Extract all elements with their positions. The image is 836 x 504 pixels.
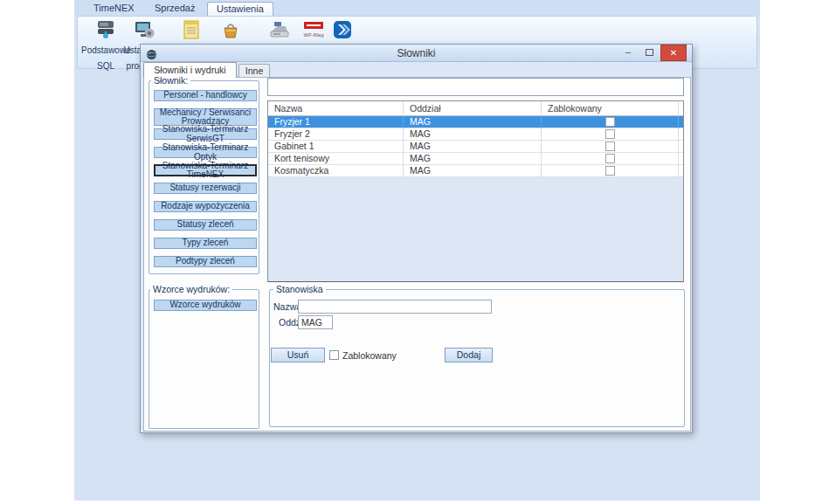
cell-oddzial: MAG (404, 128, 542, 141)
sidebar-item-podtypy-zlecen[interactable]: Podtypy zleceń (154, 256, 257, 267)
filter-input[interactable] (267, 78, 684, 96)
cell-nazwa: Gabinet 1 (268, 141, 404, 153)
basket-icon (219, 19, 242, 40)
stanowiska-table[interactable]: Nazwa Oddział Zablokowany Fryzjer 1 MAG … (267, 100, 684, 282)
cell-oddzial: MAG (404, 116, 542, 128)
cell-zablokowany (542, 116, 679, 128)
close-button[interactable]: ✕ (660, 45, 687, 61)
cell-nazwa: Kosmatyczka (268, 165, 404, 177)
sidebar-item-typy-zlecen[interactable]: Typy zleceń (154, 238, 257, 249)
cell-nazwa: Fryzjer 1 (268, 116, 404, 128)
table-row[interactable]: Kosmatyczka MAG (268, 165, 683, 177)
maximize-button[interactable] (639, 45, 659, 61)
tab-timenex[interactable]: TimeNEX (85, 2, 143, 16)
sidebar-item-rodzaje-wypozyczenia[interactable]: Rodzaje wypożyczenia (154, 201, 257, 212)
zablokowany-checkbox[interactable] (605, 117, 615, 127)
table-row[interactable]: Gabinet 1 MAG (268, 141, 683, 153)
cell-nazwa: Kort tenisowy (268, 153, 404, 165)
ribbon-tab-strip: TimeNEX Sprzedaż Ustawienia (74, 0, 760, 16)
cell-zablokowany (542, 141, 679, 153)
zablokowany-checkbox[interactable] (605, 129, 615, 139)
zablokowany-form-label: Zablokowany (342, 350, 397, 361)
printer-icon (268, 19, 291, 40)
cell-zablokowany (542, 153, 679, 165)
column-header-oddzial[interactable]: Oddział (404, 101, 542, 116)
server-icon (94, 19, 117, 40)
usun-button[interactable]: Usuń (271, 348, 325, 362)
wzorce-group-label: Wzorce wydruków: (150, 284, 232, 294)
screen: TimeNEX Sprzedaż Ustawienia Podstawowe S… (0, 0, 836, 504)
cell-zablokowany (542, 128, 679, 141)
cell-oddzial: MAG (404, 153, 542, 165)
stanowiska-group-label: Stanowiska (273, 284, 326, 294)
maximize-icon (646, 49, 653, 56)
column-header-nazwa[interactable]: Nazwa (268, 101, 404, 116)
nazwa-field[interactable] (298, 300, 492, 314)
table-row[interactable]: Fryzjer 1 MAG (268, 116, 683, 128)
table-row[interactable]: Kort tenisowy MAG (268, 153, 683, 165)
zablokowany-form-checkbox[interactable] (329, 350, 339, 360)
table-row[interactable]: Fryzjer 2 MAG (268, 128, 683, 141)
settings-icon (134, 19, 156, 40)
tab-sprzedaz[interactable]: Sprzedaż (146, 2, 204, 16)
zablokowany-checkbox[interactable] (605, 154, 615, 163)
slownik-group-label: Słownik: (151, 75, 190, 86)
zablokowany-checkbox[interactable] (605, 142, 615, 151)
slowniki-dialog: Słowniki – ✕ Słowniki i wydruki Inne Sło… (140, 44, 693, 433)
cell-nazwa: Fryzjer 2 (268, 128, 404, 141)
tab-ustawienia[interactable]: Ustawienia (207, 2, 273, 16)
dialog-title: Słowniki (141, 47, 692, 59)
minimize-button[interactable]: – (618, 45, 638, 61)
comarch-icon (331, 19, 354, 40)
cell-oddzial: MAG (404, 165, 542, 177)
sidebar-item-stanowiska-optyk[interactable]: Stanowiska-Terminarz Optyk (154, 147, 257, 158)
sidebar-item-statusy-rezerwacji[interactable]: Statusy rezerwacji (154, 183, 257, 194)
notepad-icon (180, 19, 203, 40)
dialog-titlebar[interactable]: Słowniki – ✕ (141, 45, 692, 62)
oddzial-field[interactable] (298, 315, 333, 329)
sidebar-item-mechanicy-serwisanci[interactable]: Mechanicy / Serwisanci Prowadzący (154, 108, 257, 126)
column-header-zablokowany[interactable]: Zablokowany (542, 101, 679, 116)
sidebar-item-statusy-zlecen[interactable]: Statusy zleceń (154, 219, 257, 231)
cell-oddzial: MAG (404, 141, 542, 153)
cell-zablokowany (542, 165, 679, 177)
tab-inne[interactable]: Inne (238, 64, 270, 78)
table-header: Nazwa Oddział Zablokowany (268, 101, 683, 116)
dodaj-button[interactable]: Dodaj (445, 348, 493, 362)
wzorce-wydrukow-button[interactable]: Wzorce wydruków (154, 300, 257, 311)
sidebar-item-stanowiska-serwisgt[interactable]: Stanowiska-Terminarz SerwisGT (154, 128, 257, 140)
sidebar-item-personel-handlowcy[interactable]: Personel - handlowcy (154, 90, 257, 101)
zablokowany-checkbox[interactable] (605, 166, 615, 176)
sidebar-item-stanowiska-timenex[interactable]: Stanowiska-Terminarz TimeNEX (154, 164, 257, 176)
